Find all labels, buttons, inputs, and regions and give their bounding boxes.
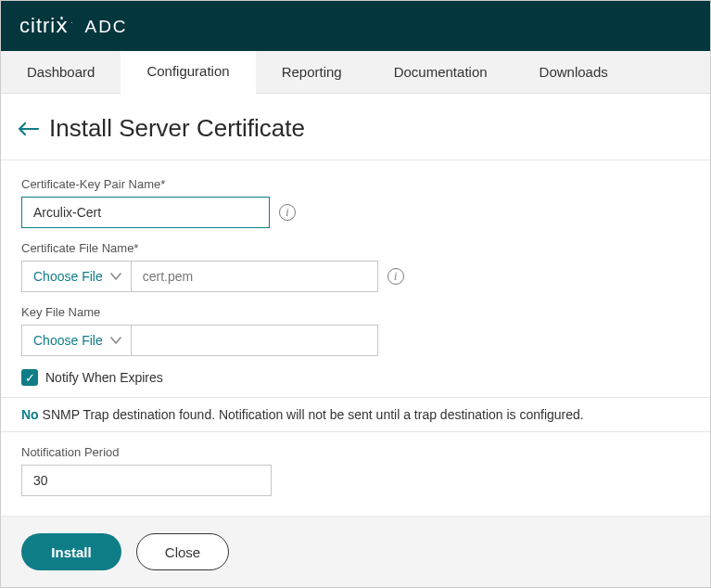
close-button[interactable]: Close <box>136 533 229 570</box>
input-key-file[interactable] <box>132 325 378 356</box>
input-period[interactable] <box>21 465 272 496</box>
tab-documentation[interactable]: Documentation <box>368 51 514 93</box>
snmp-notice: No SNMP Trap destination found. Notifica… <box>1 397 710 432</box>
row-notify: ✓ Notify When Expires <box>21 369 690 386</box>
row-period: Notification Period <box>21 445 690 496</box>
nav-tabs: Dashboard Configuration Reporting Docume… <box>1 51 710 94</box>
input-pair-name[interactable] <box>21 197 270 228</box>
notice-text: SNMP Trap destination found. Notificatio… <box>39 407 584 422</box>
chevron-down-icon <box>110 333 121 348</box>
label-period: Notification Period <box>21 445 690 459</box>
brand-name: citriẋ <box>19 14 69 38</box>
info-icon[interactable]: i <box>279 204 296 221</box>
page-header: Install Server Certificate <box>1 110 710 160</box>
form: Certificate-Key Pair Name* i Certificate… <box>1 160 710 516</box>
action-bar: Install Close <box>1 516 710 587</box>
info-icon[interactable]: i <box>387 268 404 285</box>
top-bar: citriẋ. ADC <box>1 1 710 51</box>
choose-file-label: Choose File <box>33 333 103 348</box>
label-cert-file: Certificate File Name* <box>21 241 690 255</box>
notice-no: No <box>21 407 39 422</box>
label-key-file: Key File Name <box>21 305 690 319</box>
label-notify: Notify When Expires <box>45 370 163 385</box>
tab-reporting[interactable]: Reporting <box>256 51 368 93</box>
choose-file-label: Choose File <box>33 269 103 284</box>
chevron-down-icon <box>110 269 121 284</box>
row-pair-name: Certificate-Key Pair Name* i <box>21 177 690 228</box>
back-icon[interactable] <box>16 120 40 138</box>
page-body: Install Server Certificate Certificate-K… <box>1 94 710 587</box>
install-button[interactable]: Install <box>21 533 121 570</box>
tab-configuration[interactable]: Configuration <box>121 51 255 94</box>
brand-dot: . <box>70 17 73 25</box>
brand-product: ADC <box>84 17 127 37</box>
input-cert-file[interactable] <box>132 261 378 292</box>
label-pair-name: Certificate-Key Pair Name* <box>21 177 690 191</box>
tab-downloads[interactable]: Downloads <box>514 51 634 93</box>
choose-file-cert-button[interactable]: Choose File <box>21 261 132 292</box>
tab-dashboard[interactable]: Dashboard <box>1 51 121 93</box>
brand-logo: citriẋ. ADC <box>19 14 128 38</box>
checkbox-notify[interactable]: ✓ <box>21 369 38 386</box>
page-title: Install Server Certificate <box>49 114 305 143</box>
row-key-file: Key File Name Choose File <box>21 305 690 356</box>
row-cert-file: Certificate File Name* Choose File i <box>21 241 690 292</box>
app-frame: citriẋ. ADC Dashboard Configuration Repo… <box>0 0 711 588</box>
choose-file-key-button[interactable]: Choose File <box>21 325 132 356</box>
